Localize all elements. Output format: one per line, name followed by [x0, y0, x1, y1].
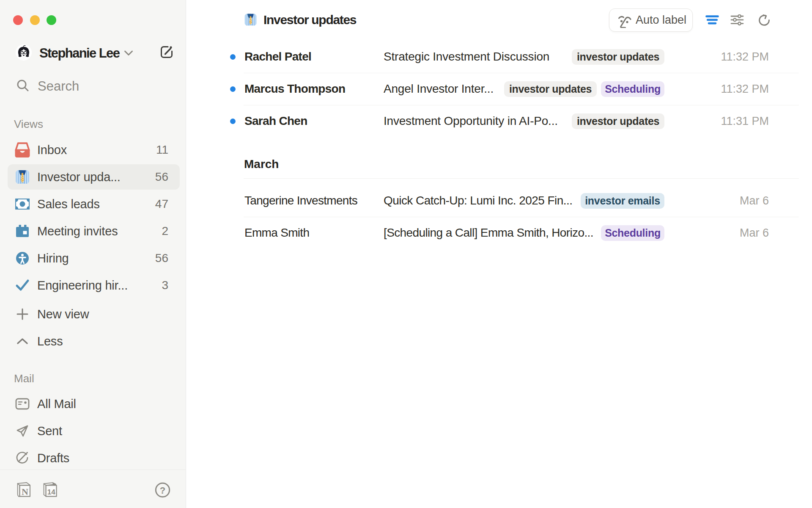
svg-text:N: N	[22, 486, 28, 497]
svg-text:?: ?	[160, 485, 165, 496]
svg-text:14: 14	[47, 488, 55, 496]
